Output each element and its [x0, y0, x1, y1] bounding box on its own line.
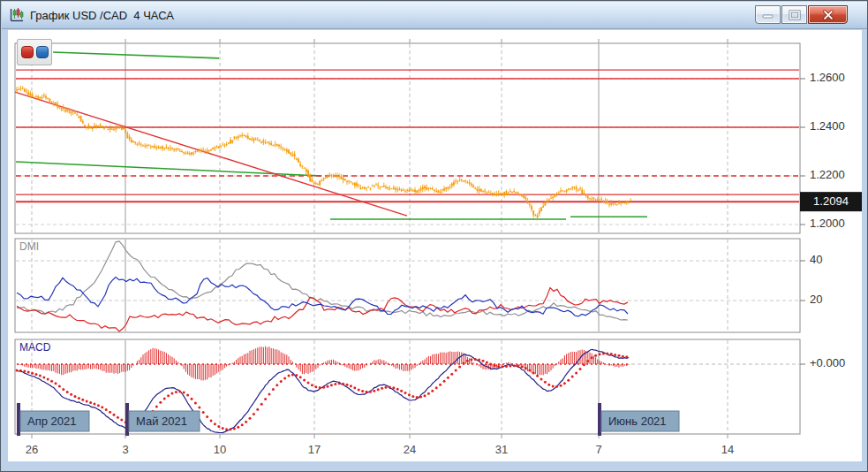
chart-window-icon [9, 7, 25, 23]
close-icon [822, 10, 834, 20]
chart-client-area [8, 30, 862, 461]
blue-marker-button[interactable] [36, 46, 49, 58]
maximize-icon [789, 10, 801, 20]
minimize-button[interactable] [755, 5, 781, 24]
minimize-icon [762, 11, 774, 19]
window-titlebar[interactable]: График USD /CAD 4 ЧАСА [2, 2, 868, 29]
maximize-button[interactable] [781, 5, 807, 24]
window-controls [754, 5, 848, 24]
window-title: График USD /CAD 4 ЧАСА [30, 9, 174, 22]
chart-toolbar [17, 39, 52, 65]
close-button[interactable] [808, 5, 848, 24]
red-marker-button[interactable] [21, 46, 34, 58]
app-window: 26310172431714DMIMACDАпр 2021Май 2021Июн… [0, 0, 868, 472]
